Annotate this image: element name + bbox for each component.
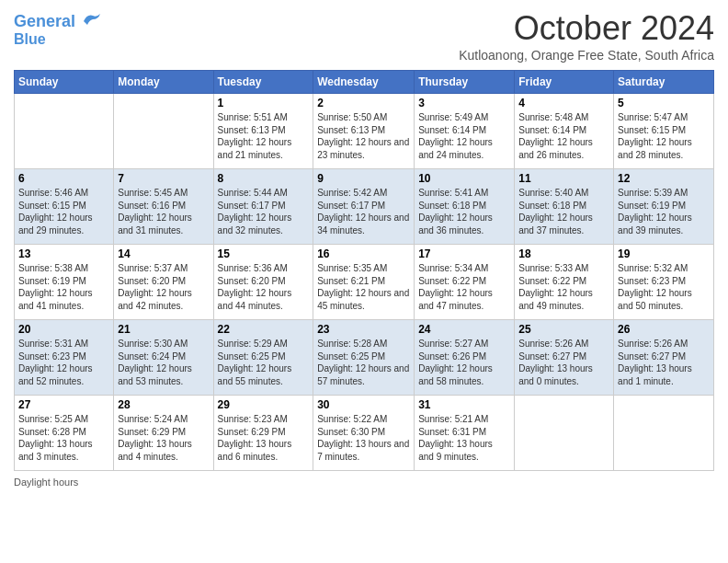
day-number: 15 [218, 247, 310, 260]
day-number: 25 [518, 323, 609, 336]
calendar-cell: 5Sunrise: 5:47 AM Sunset: 6:15 PM Daylig… [614, 94, 714, 169]
day-of-week-header: Tuesday [213, 71, 313, 94]
calendar-cell: 17Sunrise: 5:34 AM Sunset: 6:22 PM Dayli… [415, 245, 515, 320]
page-header: General Blue October 2024 Kutloanong, Or… [14, 9, 714, 63]
day-info: Sunrise: 5:42 AM Sunset: 6:17 PM Dayligh… [317, 187, 410, 236]
day-info: Sunrise: 5:49 AM Sunset: 6:14 PM Dayligh… [418, 111, 510, 161]
day-info: Sunrise: 5:23 AM Sunset: 6:29 PM Dayligh… [218, 413, 310, 463]
day-number: 5 [618, 97, 710, 109]
calendar-cell: 18Sunrise: 5:33 AM Sunset: 6:22 PM Dayli… [515, 245, 614, 320]
day-number: 14 [118, 247, 209, 260]
calendar-cell: 7Sunrise: 5:45 AM Sunset: 6:16 PM Daylig… [114, 169, 213, 245]
day-of-week-header: Wednesday [313, 71, 415, 94]
day-info: Sunrise: 5:35 AM Sunset: 6:21 PM Dayligh… [317, 262, 410, 312]
day-number: 11 [518, 172, 609, 185]
day-info: Sunrise: 5:30 AM Sunset: 6:24 PM Dayligh… [118, 338, 209, 387]
calendar-cell: 24Sunrise: 5:27 AM Sunset: 6:26 PM Dayli… [415, 320, 515, 396]
calendar-cell: 30Sunrise: 5:22 AM Sunset: 6:30 PM Dayli… [313, 396, 415, 471]
calendar-cell: 23Sunrise: 5:28 AM Sunset: 6:25 PM Dayli… [313, 320, 415, 396]
day-info: Sunrise: 5:32 AM Sunset: 6:23 PM Dayligh… [618, 262, 710, 312]
day-number: 9 [317, 172, 410, 185]
day-number: 10 [418, 172, 510, 185]
calendar-cell: 1Sunrise: 5:51 AM Sunset: 6:13 PM Daylig… [213, 94, 313, 169]
day-info: Sunrise: 5:24 AM Sunset: 6:29 PM Dayligh… [118, 413, 209, 463]
calendar-cell: 12Sunrise: 5:39 AM Sunset: 6:19 PM Dayli… [614, 169, 714, 245]
day-of-week-header: Sunday [15, 71, 114, 94]
day-info: Sunrise: 5:36 AM Sunset: 6:20 PM Dayligh… [218, 262, 310, 312]
day-info: Sunrise: 5:38 AM Sunset: 6:19 PM Dayligh… [18, 262, 109, 312]
calendar-cell [515, 396, 614, 471]
day-number: 18 [518, 247, 609, 260]
day-info: Sunrise: 5:31 AM Sunset: 6:23 PM Dayligh… [18, 338, 109, 387]
day-info: Sunrise: 5:46 AM Sunset: 6:15 PM Dayligh… [18, 187, 109, 236]
day-info: Sunrise: 5:26 AM Sunset: 6:27 PM Dayligh… [518, 338, 609, 387]
day-number: 23 [317, 323, 410, 336]
day-info: Sunrise: 5:50 AM Sunset: 6:13 PM Dayligh… [317, 111, 410, 161]
day-number: 19 [618, 247, 710, 260]
day-number: 31 [418, 398, 510, 411]
calendar-cell: 13Sunrise: 5:38 AM Sunset: 6:19 PM Dayli… [15, 245, 114, 320]
calendar-cell: 9Sunrise: 5:42 AM Sunset: 6:17 PM Daylig… [313, 169, 415, 245]
calendar-cell: 3Sunrise: 5:49 AM Sunset: 6:14 PM Daylig… [415, 94, 515, 169]
calendar-cell: 26Sunrise: 5:26 AM Sunset: 6:27 PM Dayli… [614, 320, 714, 396]
day-number: 16 [317, 247, 410, 260]
day-number: 8 [218, 172, 310, 185]
day-info: Sunrise: 5:51 AM Sunset: 6:13 PM Dayligh… [218, 111, 310, 161]
calendar-cell: 20Sunrise: 5:31 AM Sunset: 6:23 PM Dayli… [15, 320, 114, 396]
calendar-cell: 8Sunrise: 5:44 AM Sunset: 6:17 PM Daylig… [213, 169, 313, 245]
day-number: 28 [118, 398, 209, 411]
calendar-cell: 2Sunrise: 5:50 AM Sunset: 6:13 PM Daylig… [313, 94, 415, 169]
day-number: 6 [18, 172, 109, 185]
calendar-cell: 27Sunrise: 5:25 AM Sunset: 6:28 PM Dayli… [15, 396, 114, 471]
day-number: 2 [317, 97, 410, 109]
day-info: Sunrise: 5:48 AM Sunset: 6:14 PM Dayligh… [518, 111, 609, 161]
location-title: Kutloanong, Orange Free State, South Afr… [459, 48, 714, 63]
day-info: Sunrise: 5:39 AM Sunset: 6:19 PM Dayligh… [618, 187, 710, 236]
daylight-hours-label: Daylight hours [14, 477, 78, 488]
logo: General Blue [14, 13, 102, 47]
calendar-cell: 21Sunrise: 5:30 AM Sunset: 6:24 PM Dayli… [114, 320, 213, 396]
calendar-cell: 15Sunrise: 5:36 AM Sunset: 6:20 PM Dayli… [213, 245, 313, 320]
day-number: 21 [118, 323, 209, 336]
day-number: 22 [218, 323, 310, 336]
day-of-week-header: Monday [114, 71, 213, 94]
day-number: 24 [418, 323, 510, 336]
calendar-cell: 16Sunrise: 5:35 AM Sunset: 6:21 PM Dayli… [313, 245, 415, 320]
calendar-cell: 22Sunrise: 5:29 AM Sunset: 6:25 PM Dayli… [213, 320, 313, 396]
day-info: Sunrise: 5:28 AM Sunset: 6:25 PM Dayligh… [317, 338, 410, 387]
calendar-cell: 6Sunrise: 5:46 AM Sunset: 6:15 PM Daylig… [15, 169, 114, 245]
day-info: Sunrise: 5:21 AM Sunset: 6:31 PM Dayligh… [418, 413, 510, 463]
calendar-cell: 31Sunrise: 5:21 AM Sunset: 6:31 PM Dayli… [415, 396, 515, 471]
day-number: 1 [218, 97, 310, 109]
calendar-cell [15, 94, 114, 169]
logo-bird-icon [82, 12, 102, 27]
day-number: 30 [317, 398, 410, 411]
calendar-cell [614, 396, 714, 471]
day-info: Sunrise: 5:40 AM Sunset: 6:18 PM Dayligh… [518, 187, 609, 236]
calendar-cell: 28Sunrise: 5:24 AM Sunset: 6:29 PM Dayli… [114, 396, 213, 471]
day-number: 13 [18, 247, 109, 260]
calendar-table: SundayMondayTuesdayWednesdayThursdayFrid… [14, 70, 714, 471]
day-number: 17 [418, 247, 510, 260]
day-of-week-header: Thursday [415, 71, 515, 94]
day-info: Sunrise: 5:26 AM Sunset: 6:27 PM Dayligh… [618, 338, 710, 387]
day-number: 4 [518, 97, 609, 109]
day-info: Sunrise: 5:44 AM Sunset: 6:17 PM Dayligh… [218, 187, 310, 236]
calendar-cell: 29Sunrise: 5:23 AM Sunset: 6:29 PM Dayli… [213, 396, 313, 471]
day-number: 12 [618, 172, 710, 185]
calendar-cell: 4Sunrise: 5:48 AM Sunset: 6:14 PM Daylig… [515, 94, 614, 169]
day-info: Sunrise: 5:29 AM Sunset: 6:25 PM Dayligh… [218, 338, 310, 387]
day-info: Sunrise: 5:22 AM Sunset: 6:30 PM Dayligh… [317, 413, 410, 463]
day-info: Sunrise: 5:25 AM Sunset: 6:28 PM Dayligh… [18, 413, 109, 463]
day-number: 26 [618, 323, 710, 336]
day-info: Sunrise: 5:27 AM Sunset: 6:26 PM Dayligh… [418, 338, 510, 387]
day-number: 20 [18, 323, 109, 336]
day-of-week-header: Friday [515, 71, 614, 94]
day-number: 27 [18, 398, 109, 411]
calendar-cell: 19Sunrise: 5:32 AM Sunset: 6:23 PM Dayli… [614, 245, 714, 320]
day-info: Sunrise: 5:41 AM Sunset: 6:18 PM Dayligh… [418, 187, 510, 236]
title-block: October 2024 Kutloanong, Orange Free Sta… [459, 9, 714, 63]
day-info: Sunrise: 5:34 AM Sunset: 6:22 PM Dayligh… [418, 262, 510, 312]
day-info: Sunrise: 5:47 AM Sunset: 6:15 PM Dayligh… [618, 111, 710, 161]
calendar-cell: 10Sunrise: 5:41 AM Sunset: 6:18 PM Dayli… [415, 169, 515, 245]
